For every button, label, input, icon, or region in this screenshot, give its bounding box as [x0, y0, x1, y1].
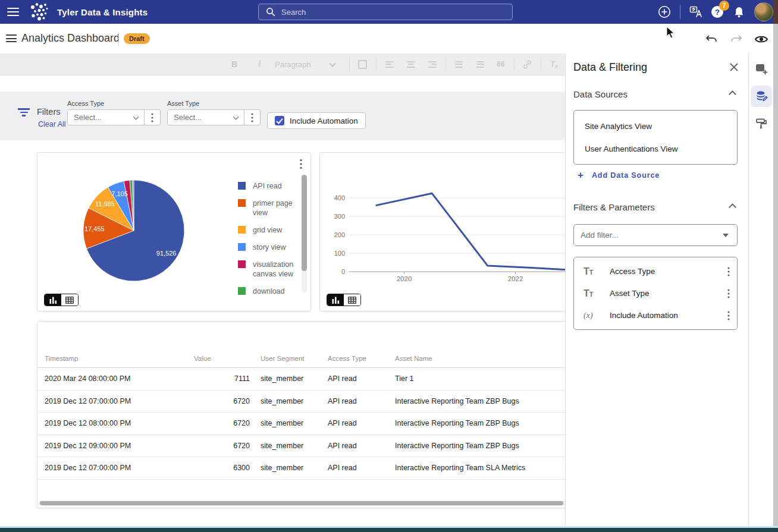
close-icon[interactable] — [729, 62, 739, 72]
kebab-menu-icon[interactable] — [300, 159, 302, 169]
kebab-menu-icon[interactable] — [727, 267, 730, 276]
pie-value-label: 17,455 — [84, 225, 105, 232]
help-icon[interactable]: ? 7 — [711, 6, 723, 18]
pie-value-label: 11,985 — [95, 200, 115, 207]
user-avatar[interactable] — [754, 2, 773, 21]
filter-param-row[interactable]: TTAsset Type — [574, 282, 737, 304]
table-cell: 6720 — [187, 442, 253, 450]
add-filter-dropdown[interactable]: Add filter... — [573, 224, 738, 246]
legend-label: primer page view — [253, 199, 301, 218]
table-view-icon[interactable] — [344, 294, 360, 306]
kebab-menu-icon[interactable] — [727, 289, 730, 298]
bar-chart-view-icon[interactable] — [45, 294, 61, 306]
table-cell: 2019 Dec 12 07:00:00 PM — [37, 397, 187, 405]
blockquote-icon: 66 — [494, 57, 508, 71]
page-title: Analytics Dashboard — [21, 32, 120, 45]
kebab-menu-icon[interactable] — [727, 311, 730, 320]
legend-item[interactable]: download — [238, 287, 301, 296]
legend-item[interactable]: primer page view — [238, 199, 301, 218]
search-input[interactable] — [281, 8, 512, 17]
kebab-menu-icon[interactable] — [244, 109, 261, 125]
select-dropdown[interactable]: Select... — [67, 109, 145, 125]
insert-box-icon — [356, 57, 370, 71]
table-cell: site_member — [253, 464, 321, 472]
undo-icon[interactable] — [704, 32, 719, 46]
view-toggle — [327, 294, 361, 306]
legend-label: API read — [253, 181, 282, 191]
table-cell: 2019 Dec 12 09:00:00 PM — [37, 442, 187, 450]
table-cell: site_member — [253, 397, 321, 405]
x-tick-label: 2020 — [397, 275, 412, 282]
notifications-bell-icon[interactable] — [732, 5, 746, 19]
filter-param-row[interactable]: TTAccess Type — [574, 260, 737, 282]
tyler-logo — [29, 2, 50, 22]
filter-params-list: TTAccess TypeTTAsset Type(x)Include Auto… — [573, 257, 738, 330]
title-divider — [118, 32, 119, 46]
pie-legend: API readprimer page viewgrid viewstory v… — [238, 181, 301, 296]
help-badge: 7 — [719, 1, 729, 11]
field-label: Access Type — [67, 100, 161, 107]
filter-param-label: Access Type — [610, 267, 727, 276]
preview-eye-icon[interactable] — [754, 32, 768, 46]
style-paint-roller-icon[interactable] — [751, 113, 772, 134]
legend-item[interactable]: API read — [238, 181, 301, 191]
data-sources-heading: Data Sources — [573, 89, 628, 99]
table-cell: 2020 Mar 24 08:00:00 PM — [37, 374, 187, 383]
x-tick-label: 2022 — [508, 275, 523, 282]
column-header[interactable]: Value — [187, 355, 253, 362]
select-dropdown[interactable]: Select... — [167, 109, 244, 125]
column-header[interactable]: Timestamp — [37, 355, 187, 362]
pie-value-label: 7,105 — [111, 190, 128, 197]
table-cell: API read — [321, 442, 388, 450]
y-tick-label: 100 — [334, 250, 345, 257]
table-cell: API read — [321, 397, 388, 405]
data-sources-icon[interactable] — [751, 86, 772, 107]
clear-all-link[interactable]: Clear All — [38, 120, 66, 128]
global-search[interactable] — [258, 4, 513, 20]
app-title: Tyler Data & Insights — [57, 7, 148, 17]
translate-icon[interactable] — [689, 5, 703, 19]
dropdown-caret-icon — [723, 234, 729, 237]
legend-item[interactable]: visualization canvas view — [238, 260, 301, 279]
column-header[interactable]: Access Type — [321, 355, 388, 362]
bar-chart-view-icon[interactable] — [327, 294, 344, 306]
y-tick-label: 200 — [334, 231, 345, 238]
column-header[interactable]: User Segment — [253, 355, 321, 362]
collapse-chevron-up-icon[interactable] — [729, 90, 736, 98]
table-cell: 6720 — [187, 419, 253, 427]
legend-scrollbar[interactable] — [302, 175, 307, 292]
table-cell: API read — [321, 374, 388, 383]
table-cell: 2019 Dec 12 07:00:00 PM — [37, 464, 187, 472]
status-badge: Draft — [124, 33, 150, 44]
collapse-chevron-up-icon[interactable] — [729, 203, 736, 211]
add-card-icon[interactable] — [751, 58, 772, 80]
kebab-menu-icon[interactable] — [145, 109, 161, 125]
legend-label: download — [253, 287, 285, 296]
legend-swatch — [238, 260, 246, 268]
dashboard-menu-icon[interactable] — [6, 34, 17, 42]
checkbox-checked-icon — [275, 116, 284, 125]
search-icon — [266, 7, 275, 17]
data-source-item[interactable]: User Authentications View — [574, 137, 737, 160]
pie-value-label: 91,526 — [156, 250, 177, 257]
filters-label: Filters — [37, 107, 60, 117]
text-type-icon: TT — [584, 288, 601, 299]
legend-item[interactable]: grid view — [238, 225, 301, 235]
legend-item[interactable]: story view — [238, 243, 301, 252]
filter-param-row[interactable]: (x)Include Automation — [574, 304, 737, 326]
add-circle-icon[interactable] — [657, 5, 672, 19]
dashboard-header: Analytics Dashboard Draft — [0, 24, 778, 53]
formula-icon: (x) — [584, 311, 601, 320]
include-automation-checkbox[interactable]: Include Automation — [267, 112, 366, 129]
app-screen: Tyler Data & Insights ? — [0, 0, 778, 532]
navbar-divider — [680, 5, 680, 19]
align-center-icon — [404, 57, 418, 71]
table-cell: site_member — [253, 374, 321, 383]
y-tick-label: 300 — [334, 213, 345, 220]
filter-funnel-icon — [18, 108, 30, 117]
add-data-source-button[interactable]: + Add Data Source — [578, 170, 660, 180]
table-view-icon[interactable] — [61, 294, 78, 306]
chevron-down-icon — [133, 114, 139, 119]
data-source-item[interactable]: Site Analytics View — [574, 115, 737, 137]
menu-icon[interactable] — [7, 8, 19, 16]
